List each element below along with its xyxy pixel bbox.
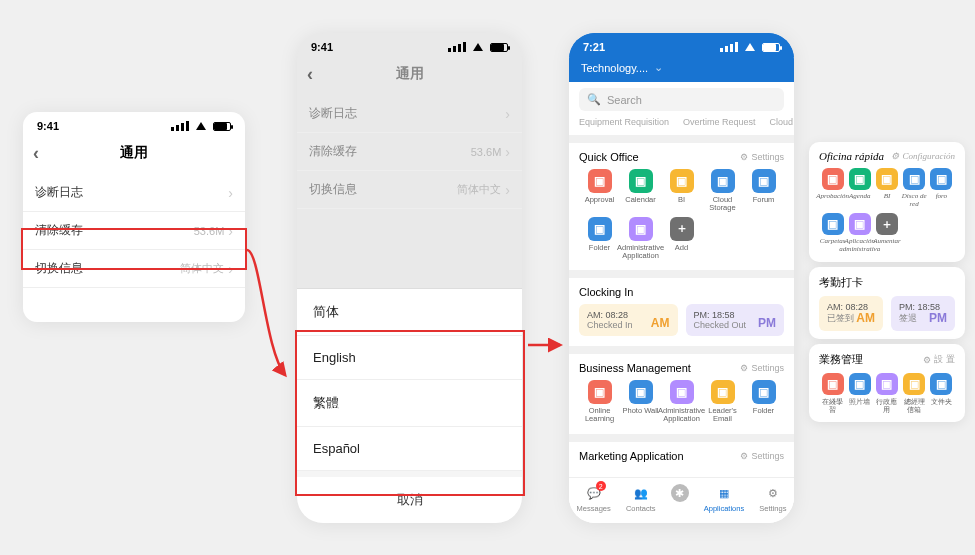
- app-icon: ▣: [903, 373, 925, 395]
- app-item[interactable]: ▣總經理信箱: [901, 373, 928, 414]
- phone-applications: 7:21 Technology.... ⌄ 🔍 Search Equipment…: [569, 33, 794, 523]
- app-item[interactable]: ▣Aplicación administrativa: [846, 213, 873, 254]
- chevron-down-icon: ⌄: [654, 61, 663, 74]
- quick-office-card: Quick Office ⚙Settings ▣Approval▣Calenda…: [569, 135, 794, 270]
- battery-icon: [213, 122, 231, 131]
- settings-label: 設 置: [934, 353, 955, 366]
- app-label: 文件夹: [931, 398, 952, 414]
- nav-applications[interactable]: ▦Applications: [704, 484, 744, 513]
- app-icon: ＋: [876, 213, 898, 235]
- clock-am-box[interactable]: AM: 08:28 已签到 AM: [819, 296, 883, 331]
- app-item[interactable]: ▣Aprobación: [819, 168, 846, 209]
- clock-pm-box[interactable]: PM: 18:58 签退 PM: [891, 296, 955, 331]
- card-settings-button[interactable]: ⚙Settings: [740, 152, 784, 162]
- app-item[interactable]: ▣Administrative Application: [661, 380, 702, 424]
- row-key: 诊断日志: [35, 184, 83, 201]
- nav-contacts[interactable]: 👥Contacts: [626, 484, 656, 513]
- signal-icon: [448, 42, 466, 52]
- app-item[interactable]: ▣Folder: [579, 217, 620, 261]
- app-label: Aumentar: [873, 238, 901, 254]
- status-time: 9:41: [311, 41, 333, 53]
- app-item[interactable]: ▣BI: [661, 169, 702, 213]
- category-tab[interactable]: Cloud Sto: [770, 117, 794, 127]
- settings-label: Settings: [751, 363, 784, 373]
- app-item[interactable]: ▣Agenda: [846, 168, 873, 209]
- row-value: 简体中文: [180, 261, 224, 276]
- settings-row[interactable]: 清除缓存53.6M›: [297, 133, 522, 171]
- settings-row[interactable]: 诊断日志›: [23, 174, 245, 212]
- app-icon: ▣: [752, 169, 776, 193]
- app-item[interactable]: ▣行政應用: [873, 373, 900, 414]
- nav-label: Messages: [577, 504, 611, 513]
- settings-label: Configuración: [902, 151, 955, 161]
- app-icon: ▣: [876, 168, 898, 190]
- settings-row[interactable]: 清除缓存53.6M›: [23, 212, 245, 250]
- app-item[interactable]: ＋Add: [661, 217, 702, 261]
- category-tabs: Equipment RequisitionOvertime RequestClo…: [569, 117, 794, 135]
- settings-row[interactable]: 切换信息简体中文›: [23, 250, 245, 288]
- app-item[interactable]: ▣Approval: [579, 169, 620, 213]
- signal-icon: [720, 42, 738, 52]
- app-label: Disco de red: [901, 193, 928, 209]
- search-input[interactable]: 🔍 Search: [579, 88, 784, 111]
- settings-row[interactable]: 诊断日志›: [297, 95, 522, 133]
- am-label: AM: [651, 316, 670, 330]
- app-icon: ▣: [711, 380, 735, 404]
- am-label: AM: [856, 311, 875, 325]
- app-label: Folder: [753, 407, 774, 423]
- app-item[interactable]: ▣foro: [928, 168, 955, 209]
- settings-icon: ⚙: [740, 451, 748, 461]
- cancel-button[interactable]: 取消: [297, 471, 522, 523]
- app-item[interactable]: ▣照片墻: [846, 373, 873, 414]
- app-item[interactable]: ▣Disco de red: [901, 168, 928, 209]
- app-label: Forum: [753, 196, 775, 212]
- app-item[interactable]: ▣Photo Wall: [620, 380, 661, 424]
- card-settings-button[interactable]: ⚙Configuración: [891, 151, 955, 161]
- org-selector[interactable]: Technology.... ⌄: [569, 57, 794, 80]
- settings-label: Settings: [751, 152, 784, 162]
- app-item[interactable]: ▣Calendar: [620, 169, 661, 213]
- bottom-nav: 💬2Messages 👥Contacts ✱ ▦Applications ⚙Se…: [569, 477, 794, 523]
- category-tab[interactable]: Overtime Request: [683, 117, 756, 127]
- card-settings-button[interactable]: ⚙Settings: [740, 451, 784, 461]
- app-item[interactable]: ▣BI: [873, 168, 900, 209]
- search-section: 🔍 Search Equipment RequisitionOvertime R…: [569, 82, 794, 135]
- nav-messages[interactable]: 💬2Messages: [577, 484, 611, 513]
- app-item[interactable]: ▣Administrative Application: [620, 217, 661, 261]
- back-button[interactable]: ‹: [33, 143, 39, 164]
- app-item[interactable]: ▣文件夹: [928, 373, 955, 414]
- language-option[interactable]: 繁體: [297, 380, 522, 427]
- clock-pm-box[interactable]: PM: 18:58 Checked Out PM: [686, 304, 785, 336]
- app-label: foro: [936, 193, 947, 209]
- card-settings-button[interactable]: ⚙Settings: [740, 363, 784, 373]
- pm-label: PM: [929, 311, 947, 325]
- app-label: Aprobación: [816, 193, 849, 209]
- app-item[interactable]: ＋Aumentar: [873, 213, 900, 254]
- app-label: Administrative Application: [658, 407, 705, 424]
- battery-icon: [490, 43, 508, 52]
- clock-am-box[interactable]: AM: 08:28 Checked In AM: [579, 304, 678, 336]
- settings-row[interactable]: 切换信息简体中文›: [297, 171, 522, 209]
- app-item[interactable]: ▣Folder: [743, 380, 784, 424]
- nav-settings[interactable]: ⚙Settings: [759, 484, 786, 513]
- app-label: Approval: [585, 196, 615, 212]
- app-item[interactable]: ▣Cloud Storage: [702, 169, 743, 213]
- card-settings-button[interactable]: ⚙設 置: [923, 353, 955, 366]
- app-item[interactable]: ▣在綫學習: [819, 373, 846, 414]
- app-item[interactable]: ▣Leader's Email: [702, 380, 743, 424]
- nav-center[interactable]: ✱: [671, 484, 689, 513]
- chevron-right-icon: ›: [505, 106, 510, 122]
- back-button[interactable]: ‹: [307, 64, 313, 85]
- app-icon: ▣: [822, 373, 844, 395]
- status-indicators: [448, 42, 508, 52]
- language-option[interactable]: 简体: [297, 289, 522, 336]
- app-item[interactable]: ▣Online Learning: [579, 380, 620, 424]
- app-label: Administrative Application: [617, 244, 664, 261]
- app-icon: ▣: [849, 213, 871, 235]
- category-tab[interactable]: Equipment Requisition: [579, 117, 669, 127]
- row-tail: 53.6M›: [471, 144, 510, 160]
- language-option[interactable]: English: [297, 336, 522, 380]
- app-label: Leader's Email: [702, 407, 743, 424]
- language-option[interactable]: Español: [297, 427, 522, 471]
- app-item[interactable]: ▣Forum: [743, 169, 784, 213]
